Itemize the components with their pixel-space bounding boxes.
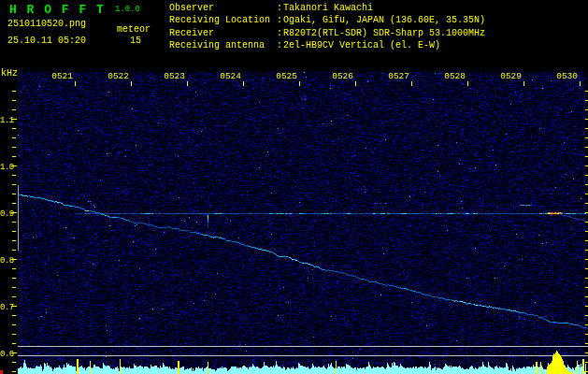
time-tick-label: 0528 <box>443 72 466 81</box>
time-tick-label: 0527 <box>387 72 409 81</box>
time-tick-label: 0529 <box>499 72 522 81</box>
info-label: Observer <box>169 4 214 13</box>
info-label: Receiving antenna <box>169 41 265 50</box>
mode-label: meteor <box>117 25 151 35</box>
output-filename: 2510110520.png <box>7 20 86 29</box>
info-separator: : <box>277 16 282 25</box>
info-value: Takanori Kawachi <box>283 4 373 13</box>
time-tick-label: 0523 <box>163 72 185 81</box>
echo-count: 15 <box>130 36 141 46</box>
freq-tick-label: 1.0 <box>0 164 12 172</box>
app-title: H R O F F T <box>9 4 105 16</box>
freq-tick-label: 0.8 <box>0 257 12 266</box>
frequency-unit-label: kHz <box>1 69 18 79</box>
spectrogram-canvas <box>0 0 588 374</box>
info-separator: : <box>277 4 282 13</box>
time-tick-label: 0524 <box>219 72 241 81</box>
freq-tick-label: 0.6 <box>0 351 12 359</box>
time-tick-label: 0521 <box>50 72 73 81</box>
info-separator: : <box>277 41 282 50</box>
freq-tick-label: 0.9 <box>0 210 12 219</box>
info-label: Receiving Location <box>169 16 270 25</box>
info-value: R820T2(RTL-SDR) SDR-Sharp 53.1000MHz <box>283 29 485 38</box>
time-tick-label: 0522 <box>107 72 129 81</box>
time-tick-label: 0530 <box>555 72 578 81</box>
info-value: 2el-HB9CV Vertical (el. E-W) <box>283 41 440 50</box>
freq-tick-label: 0.7 <box>0 304 12 312</box>
info-value: Ogaki, Gifu, JAPAN (136.60E, 35.35N) <box>283 16 485 25</box>
datetime-label: 25.10.11 05:20 <box>7 36 86 46</box>
hrofft-screen: H R O F F T 1.0.0 2510110520.png meteor … <box>0 0 588 374</box>
time-tick-label: 0526 <box>331 72 353 81</box>
info-separator: : <box>277 29 282 38</box>
time-tick-label: 0525 <box>275 72 297 81</box>
app-version: 1.0.0 <box>115 6 140 14</box>
info-label: Receiver <box>169 29 214 38</box>
freq-tick-label: 1.1 <box>0 117 12 125</box>
